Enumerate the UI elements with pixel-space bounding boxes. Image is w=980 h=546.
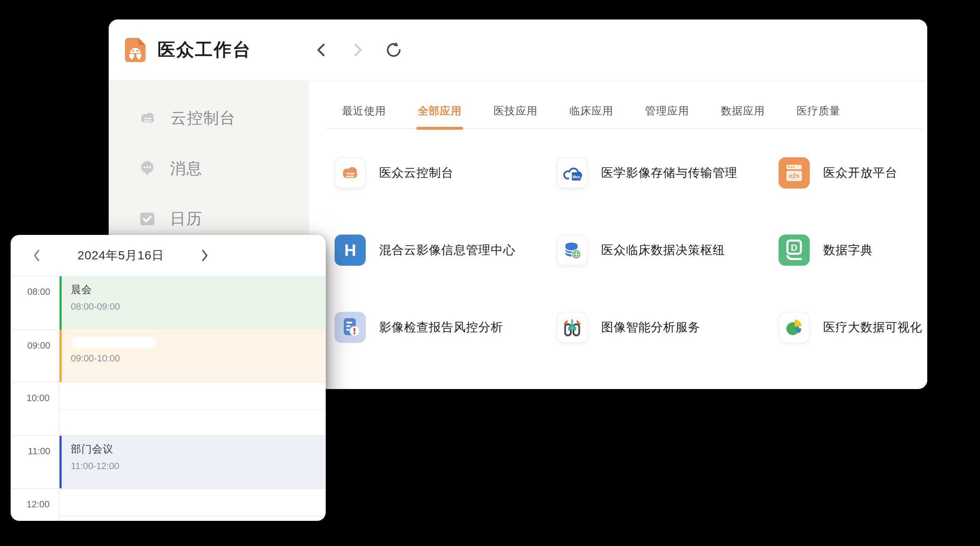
event-time-range: 08:00-09:00 <box>71 301 326 312</box>
event-redacted[interactable]: 09:00-10:00 <box>59 329 326 383</box>
event-title: 部门会议 <box>71 442 326 457</box>
report-alert-icon <box>334 312 366 343</box>
app-report-risk-analysis[interactable]: 影像检查报告风控分析 <box>334 312 557 343</box>
app-label: 医疗大数据可视化 <box>823 319 922 335</box>
app-cloud-console[interactable]: 医众云控制台 <box>334 157 557 188</box>
code-browser-icon: </> <box>778 157 810 188</box>
calendar-check-icon <box>139 210 156 227</box>
calendar-prev-button[interactable] <box>29 246 45 265</box>
forward-button[interactable] <box>350 42 366 58</box>
tab-medtech[interactable]: 医技应用 <box>493 104 538 128</box>
app-label: 医众临床数据决策枢纽 <box>601 242 725 258</box>
calendar-header: 2024年5月16日 <box>11 235 326 276</box>
lungs-ai-icon <box>557 312 588 343</box>
window-titlebar: 医众工作台 <box>109 19 927 80</box>
database-plus-icon <box>557 235 588 266</box>
app-hybrid-cloud-center[interactable]: H 混合云影像信息管理中心 <box>334 235 557 266</box>
app-data-dictionary[interactable]: D 数据字典 <box>778 235 922 266</box>
tab-data[interactable]: 数据应用 <box>721 104 765 128</box>
app-label: 混合云影像信息管理中心 <box>379 242 515 258</box>
app-label: 影像检查报告风控分析 <box>379 319 503 335</box>
sidebar-item-label: 消息 <box>170 158 202 179</box>
event-morning-meeting[interactable]: 晨会 08:00-09:00 <box>59 276 326 329</box>
app-logo-icon <box>125 38 145 62</box>
calendar-popup: 2024年5月16日 08:00 晨会 08:00-09:00 09:00 09… <box>11 235 326 521</box>
tab-clinical[interactable]: 临床应用 <box>569 104 613 128</box>
app-open-platform[interactable]: </> 医众开放平台 <box>778 157 922 188</box>
calendar-row-0900: 09:00 09:00-10:00 <box>11 329 326 383</box>
svg-text:D: D <box>791 243 798 253</box>
time-label: 08:00 <box>11 276 59 329</box>
desktop-background: { "window": { "title": "医众工作台", "logo_ic… <box>0 0 980 546</box>
sidebar-item-label: 日历 <box>170 208 202 229</box>
event-time-range: 11:00-12:00 <box>71 461 326 472</box>
calendar-row-1200: 12:00 <box>11 488 326 521</box>
tab-bar: 最近使用 全部应用 医技应用 临床应用 管理应用 数据应用 医疗质量 <box>326 104 922 129</box>
green-dictionary-icon: D <box>778 235 810 266</box>
time-label: 11:00 <box>11 436 59 489</box>
calendar-next-button[interactable] <box>197 246 212 265</box>
cloud-console-icon <box>139 109 156 127</box>
app-imaging-storage[interactable]: Mos 医学影像存储与传输管理 <box>557 157 778 188</box>
calendar-row-1000: 10:00 <box>11 382 326 436</box>
event-title: 晨会 <box>71 283 326 297</box>
sidebar-item-label: 云控制台 <box>171 108 236 129</box>
tab-all-apps[interactable]: 全部应用 <box>418 104 462 128</box>
sidebar-item-messages[interactable]: 消息 <box>109 151 309 185</box>
pie-chart-icon <box>778 312 810 343</box>
orange-cloud-sliders-icon <box>334 157 366 188</box>
message-bubble-icon <box>139 160 156 177</box>
time-label: 09:00 <box>11 329 59 383</box>
empty-slot[interactable] <box>59 489 326 521</box>
nav-button-group <box>313 19 402 80</box>
app-grid: 医众云控制台 Mos 医学影像存储与传输管理 <box>334 157 922 343</box>
svg-text:</>: </> <box>789 172 799 180</box>
svg-text:Mos: Mos <box>573 175 580 179</box>
sidebar-item-cloud-console[interactable]: 云控制台 <box>109 101 309 135</box>
empty-slot[interactable] <box>59 383 326 436</box>
calendar-date-title: 2024年5月16日 <box>45 247 197 263</box>
calendar-grid: 08:00 晨会 08:00-09:00 09:00 09:00-10:00 1… <box>11 276 326 520</box>
time-label: 10:00 <box>11 383 59 436</box>
app-label: 医众云控制台 <box>379 165 453 181</box>
tab-management[interactable]: 管理应用 <box>645 104 689 128</box>
tab-recent[interactable]: 最近使用 <box>342 104 386 128</box>
event-time-range: 09:00-10:00 <box>71 353 326 364</box>
window-title: 医众工作台 <box>158 38 251 62</box>
blue-cloud-mos-icon: Mos <box>557 157 588 188</box>
calendar-row-1100: 11:00 部门会议 11:00-12:00 <box>11 435 326 489</box>
event-department-meeting[interactable]: 部门会议 11:00-12:00 <box>59 436 326 489</box>
tab-quality[interactable]: 医疗质量 <box>797 104 840 128</box>
event-redacted-title-pill <box>71 337 156 348</box>
app-label: 医众开放平台 <box>823 165 897 181</box>
calendar-row-0800: 08:00 晨会 08:00-09:00 <box>11 276 326 329</box>
content-area: 最近使用 全部应用 医技应用 临床应用 管理应用 数据应用 医疗质量 <box>309 80 927 389</box>
app-big-data-visualization[interactable]: 医疗大数据可视化 <box>778 312 922 343</box>
blue-h-tile-icon: H <box>334 235 366 266</box>
app-image-ai-analysis[interactable]: 图像智能分析服务 <box>557 312 778 343</box>
refresh-button[interactable] <box>385 42 402 58</box>
app-label: 数据字典 <box>823 242 873 258</box>
app-clinical-data-hub[interactable]: 医众临床数据决策枢纽 <box>557 235 778 266</box>
back-button[interactable] <box>313 42 329 58</box>
sidebar-item-calendar[interactable]: 日历 <box>109 201 309 236</box>
app-label: 图像智能分析服务 <box>601 319 700 335</box>
time-label: 12:00 <box>11 489 59 521</box>
app-label: 医学影像存储与传输管理 <box>601 165 738 181</box>
